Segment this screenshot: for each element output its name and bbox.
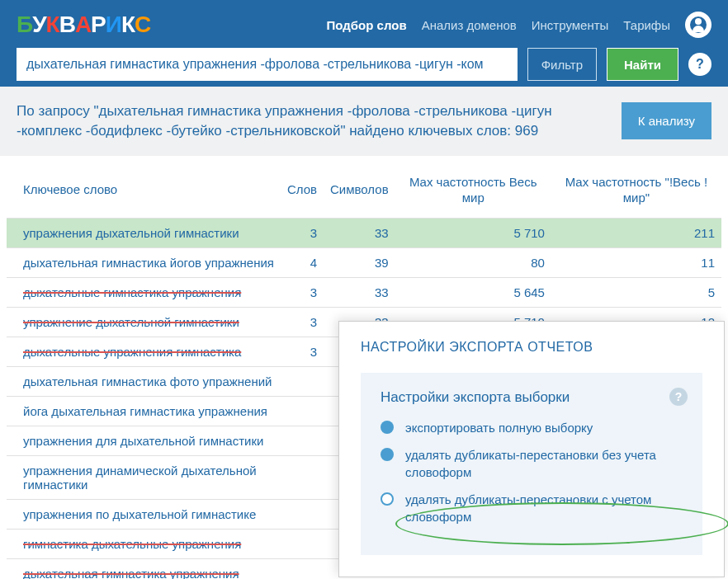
cell-value [281, 499, 324, 529]
cell-value: 5 710 [395, 218, 551, 247]
help-button[interactable]: ? [688, 53, 711, 76]
cell-value: 80 [395, 247, 551, 277]
th-freq-exact[interactable]: Max частотность "!Весь !мир" [551, 156, 721, 219]
cell-value: 3 [281, 218, 324, 247]
cell-value: 5 645 [395, 277, 551, 307]
radio-icon [381, 448, 394, 461]
cell-value: 5 [551, 277, 721, 307]
cell-value: 39 [324, 247, 395, 277]
keyword-text[interactable]: упражнения для дыхательной гимнастики [23, 434, 263, 448]
cell-value [281, 366, 324, 396]
result-text: По запросу "дыхательная гимнастика упраж… [17, 101, 622, 141]
export-title: НАСТРОЙКИ ЭКСПОРТА ОТЧЕТОВ [361, 340, 702, 355]
export-help-icon[interactable]: ? [669, 388, 688, 406]
export-box: ? Настройки экспорта выборки экспортиров… [361, 373, 702, 555]
cell-value: 11 [551, 247, 721, 277]
cell-value: 33 [324, 277, 395, 307]
export-panel: НАСТРОЙКИ ЭКСПОРТА ОТЧЕТОВ ? Настройки э… [338, 321, 725, 577]
cell-value [281, 558, 324, 579]
cell-value: 211 [551, 218, 721, 247]
th-words[interactable]: Слов [281, 156, 324, 219]
main-nav: Подбор слов Анализ доменов Инструменты Т… [327, 12, 711, 38]
cell-value: 3 [281, 307, 324, 337]
keyword-text[interactable]: дыхательная гимнастика упражнения [23, 567, 239, 579]
radio-icon [381, 492, 394, 506]
keyword-text[interactable]: йога дыхательная гимнастика упражнения [23, 404, 267, 418]
cell-value: 3 [281, 277, 324, 307]
export-option-noforms[interactable]: удалять дубликаты-перестановки без учета… [381, 446, 683, 481]
analyze-button[interactable]: К анализу [622, 102, 711, 139]
keyword-text[interactable]: дыхательная гимнастика фото упражнений [23, 374, 272, 388]
table-row[interactable]: упражнения дыхательной гимнастики3335 71… [7, 218, 721, 247]
keyword-text[interactable]: дыхательные гимнастика упражнения [23, 285, 241, 299]
top-header: Б У К В А Р И К С Подбор слов Анализ дом… [0, 0, 728, 87]
cell-value [281, 529, 324, 558]
user-avatar[interactable] [685, 12, 711, 38]
nav-pick-words[interactable]: Подбор слов [327, 18, 407, 32]
keyword-text[interactable]: дыхательная гимнастика йогов упражнения [23, 256, 274, 270]
keyword-text[interactable]: упражнения дыхательной гимнастики [23, 226, 239, 240]
keyword-text[interactable]: упражнение дыхательной гимнастики [23, 315, 239, 329]
cell-value: 33 [324, 218, 395, 247]
nav-tariffs[interactable]: Тарифы [623, 18, 670, 32]
search-input[interactable] [17, 48, 518, 81]
nav-tools[interactable]: Инструменты [532, 18, 609, 32]
cell-value [281, 396, 324, 426]
radio-icon [381, 421, 394, 434]
keyword-text[interactable]: гимнастика дыхательные упражнения [23, 537, 241, 551]
cell-value: 4 [281, 247, 324, 277]
keyword-text[interactable]: дыхательные упражнения гимнастика [23, 345, 241, 359]
nav-analyze-domains[interactable]: Анализ доменов [422, 18, 517, 32]
table-row[interactable]: дыхательные гимнастика упражнения3335 64… [7, 277, 721, 307]
result-bar: По запросу "дыхательная гимнастика упраж… [0, 87, 728, 156]
th-keyword[interactable]: Ключевое слово [7, 156, 281, 219]
th-freq-all[interactable]: Max частотность Весь мир [395, 156, 551, 219]
export-option-full[interactable]: экспортировать полную выборку [381, 419, 683, 436]
filter-button[interactable]: Фильтр [527, 48, 597, 81]
user-icon [690, 16, 707, 33]
table-row[interactable]: дыхательная гимнастика йогов упражнения4… [7, 247, 721, 277]
keyword-text[interactable]: упражнения динамической дыхательной гимн… [23, 464, 257, 492]
export-option-withforms[interactable]: удалять дубликаты-перестановки с учетом … [381, 491, 683, 525]
logo[interactable]: Б У К В А Р И К С [17, 12, 150, 38]
export-subtitle: Настройки экспорта выборки [381, 389, 683, 406]
keyword-text[interactable]: упражнения по дыхательной гимнастике [23, 507, 256, 521]
th-chars[interactable]: Символов [324, 156, 395, 219]
find-button[interactable]: Найти [607, 48, 678, 81]
cell-value [281, 455, 324, 499]
cell-value [281, 426, 324, 455]
cell-value: 3 [281, 337, 324, 366]
